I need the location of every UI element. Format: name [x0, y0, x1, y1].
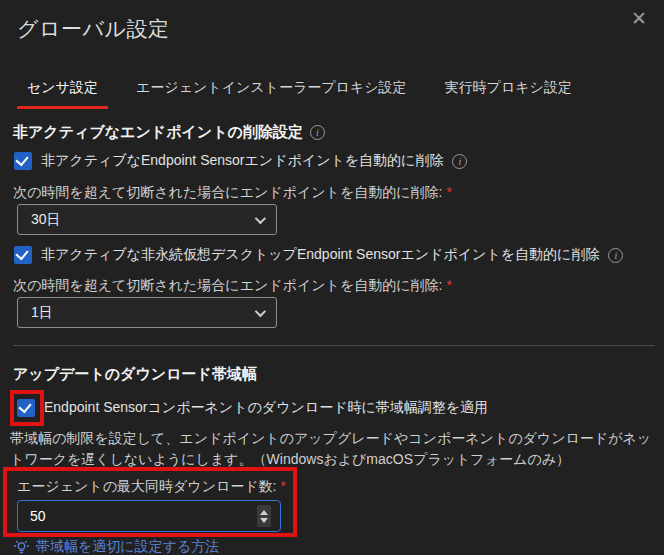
- field-label-retention-vdi: 次の時間を超えて切断された場合にエンドポイントを自動的に削除:*: [13, 277, 452, 295]
- checkbox-bandwidth-throttle[interactable]: [17, 399, 35, 417]
- tab-agent-installer-proxy-settings[interactable]: エージェントインストーラープロキシ設定: [126, 79, 417, 109]
- checkbox-row-auto-delete-vdi: 非アクティブな非永続仮想デスクトップEndpoint Sensorエンドポイント…: [14, 246, 623, 264]
- select-value: 1日: [31, 304, 53, 322]
- check-icon: [15, 153, 28, 167]
- tip-lightbulb-icon: [13, 539, 30, 555]
- section-heading-inactive-endpoint-deletion: 非アクティブなエンドポイントの削除設定 i: [13, 123, 325, 142]
- bandwidth-help-link[interactable]: 帯域幅を適切に設定する方法: [13, 538, 219, 555]
- required-asterisk: *: [281, 478, 286, 494]
- checkbox-row-auto-delete-endpoint: 非アクティブなEndpoint Sensorエンドポイントを自動的に削除 i: [14, 152, 467, 170]
- info-icon[interactable]: i: [452, 154, 467, 169]
- checkbox-label: 非アクティブな非永続仮想デスクトップEndpoint Sensorエンドポイント…: [41, 246, 599, 264]
- tab-bar: センサ設定 エージェントインストーラープロキシ設定 実行時プロキシ設定: [17, 79, 582, 109]
- chevron-down-icon: [255, 212, 266, 223]
- section-heading-text: 非アクティブなエンドポイントの削除設定: [13, 123, 303, 142]
- retention-select-vdi[interactable]: 1日: [17, 297, 277, 328]
- checkbox-label: 非アクティブなEndpoint Sensorエンドポイントを自動的に削除: [41, 152, 443, 170]
- tab-sensor-settings[interactable]: センサ設定: [17, 79, 108, 109]
- info-icon[interactable]: i: [608, 248, 623, 263]
- checkbox-label: Endpoint Sensorコンポーネントのダウンロード時に帯域幅調整を適用: [44, 399, 488, 417]
- required-asterisk: *: [446, 277, 451, 293]
- max-downloads-field: [17, 500, 281, 532]
- field-label-retention-endpoint: 次の時間を超えて切断された場合にエンドポイントを自動的に削除:*: [13, 184, 452, 202]
- checkbox-row-bandwidth-throttle: Endpoint Sensorコンポーネントのダウンロード時に帯域幅調整を適用: [17, 399, 488, 417]
- checkbox-auto-delete-endpoint[interactable]: [14, 152, 32, 170]
- number-stepper[interactable]: [257, 505, 271, 527]
- field-label-text: 次の時間を超えて切断された場合にエンドポイントを自動的に削除:: [13, 184, 442, 200]
- tab-label: エージェントインストーラープロキシ設定: [136, 79, 407, 95]
- retention-select-endpoint[interactable]: 30日: [17, 204, 277, 235]
- help-link-text: 帯域幅を適切に設定する方法: [36, 538, 219, 555]
- page-title: グローバル設定: [17, 15, 169, 43]
- info-icon[interactable]: i: [310, 125, 325, 140]
- tab-runtime-proxy-settings[interactable]: 実行時プロキシ設定: [435, 79, 582, 109]
- checkbox-auto-delete-vdi[interactable]: [14, 246, 32, 264]
- max-downloads-input[interactable]: [17, 500, 281, 532]
- section-divider: [13, 345, 655, 346]
- select-value: 30日: [31, 211, 61, 229]
- required-asterisk: *: [446, 184, 451, 200]
- field-label-max-downloads: エージェントの最大同時ダウンロード数:*: [17, 478, 286, 496]
- tab-label: 実行時プロキシ設定: [445, 79, 572, 95]
- stepper-up-icon: [260, 510, 268, 515]
- check-icon: [15, 247, 28, 261]
- check-icon: [18, 400, 31, 414]
- field-label-text: 次の時間を超えて切断された場合にエンドポイントを自動的に削除:: [13, 277, 442, 293]
- chevron-down-icon: [255, 305, 266, 316]
- close-icon[interactable]: ✕: [626, 6, 652, 32]
- bandwidth-description: 帯域幅の制限を設定して、エンドポイントのアップグレードやコンポーネントのダウンロ…: [10, 428, 660, 470]
- section-heading-text: アップデートのダウンロード帯域幅: [13, 365, 257, 384]
- stepper-down-icon: [260, 518, 268, 523]
- section-heading-update-download-bandwidth: アップデートのダウンロード帯域幅: [13, 365, 257, 384]
- tab-label: センサ設定: [27, 79, 98, 95]
- field-label-text: エージェントの最大同時ダウンロード数:: [17, 478, 277, 494]
